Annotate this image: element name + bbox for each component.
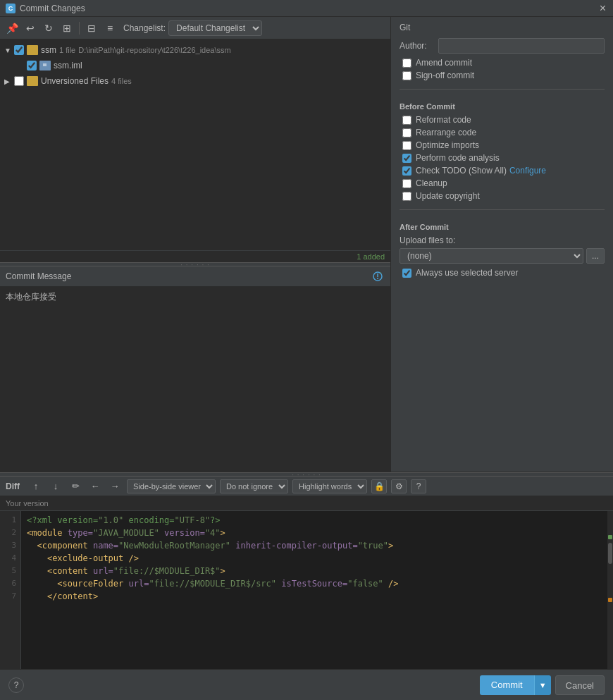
- amend-commit-row: Amend commit: [400, 58, 605, 68]
- folder-icon-unversioned: [27, 76, 38, 86]
- back-button[interactable]: ←: [87, 479, 103, 493]
- recent-commits-icon[interactable]: [371, 269, 385, 283]
- action-buttons: Commit ▼ Cancel: [480, 675, 605, 695]
- refresh-button[interactable]: ↻: [41, 20, 56, 36]
- group-button[interactable]: ⊞: [59, 20, 75, 36]
- next-diff-button[interactable]: ↓: [48, 479, 63, 493]
- toolbar: 📌 ↩ ↻ ⊞ ⊟ ≡ Changelist: Default Changeli…: [0, 17, 390, 39]
- commit-message-area: Commit Message 本地仓库接受: [0, 266, 390, 472]
- undo-button[interactable]: ↩: [23, 20, 38, 36]
- expand-arrow-ssm[interactable]: ▼: [4, 47, 14, 54]
- separator: [79, 22, 80, 35]
- check-todo-label: Check TODO (Show All): [416, 166, 507, 176]
- help-diff-button[interactable]: ?: [411, 479, 426, 493]
- update-copyright-label: Update copyright: [416, 191, 480, 201]
- commit-message-input[interactable]: 本地仓库接受: [0, 287, 390, 472]
- divider-2: [400, 209, 605, 210]
- configure-link[interactable]: Configure: [509, 166, 546, 176]
- divider-1: [400, 89, 605, 90]
- tree-label-ssm: ssm: [41, 45, 56, 55]
- code-line-2: <module type="JAVA_MODULE" version="4">: [21, 527, 607, 539]
- amend-commit-checkbox[interactable]: [402, 59, 411, 68]
- cleanup-checkbox[interactable]: [402, 179, 411, 188]
- author-input[interactable]: [438, 38, 605, 54]
- changelist-label: Changelist:: [123, 23, 166, 33]
- expand-arrow-unversioned[interactable]: ▶: [4, 78, 14, 85]
- line-num-3: 3: [0, 539, 20, 552]
- main-area: 📌 ↩ ↻ ⊞ ⊟ ≡ Changelist: Default Changeli…: [0, 17, 613, 472]
- tree-item-ssm[interactable]: ▼ ssm 1 file D:\initPath\git-repository\…: [0, 42, 390, 58]
- line-num-4: 4: [0, 552, 20, 565]
- code-area: 1 2 3 4 5 6 7 <?xml version="1.0" encodi…: [0, 511, 613, 669]
- upload-browse-button[interactable]: ...: [586, 248, 605, 264]
- commit-dropdown-button[interactable]: ▼: [534, 675, 551, 695]
- checkbox-ssm-iml[interactable]: [27, 61, 37, 70]
- code-line-6: <sourceFolder url="file://$MODULE_DIR$/s…: [21, 577, 607, 590]
- perform-analysis-row: Perform code analysis: [400, 153, 605, 163]
- code-line-5: <content url="file://$MODULE_DIR$">: [21, 565, 607, 577]
- close-button[interactable]: ×: [598, 3, 607, 14]
- always-use-server-checkbox[interactable]: [402, 269, 411, 278]
- reformat-code-row: Reformat code: [400, 115, 605, 125]
- folder-icon-ssm: [27, 45, 38, 55]
- upload-label: Upload files to:: [400, 235, 605, 245]
- cancel-button[interactable]: Cancel: [555, 675, 605, 695]
- code-line-4: <exclude-output />: [21, 552, 607, 565]
- rearrange-code-checkbox[interactable]: [402, 128, 411, 137]
- commit-button[interactable]: Commit: [480, 675, 534, 695]
- diff-header: Diff ↑ ↓ ✏ ← → Side-by-side viewer Do no…: [0, 477, 613, 496]
- collapse-button[interactable]: ≡: [102, 20, 118, 36]
- diff-viewer-label: Your version: [0, 496, 613, 511]
- highlight-select[interactable]: Highlight words: [292, 479, 367, 493]
- window-title: Commit Changes: [20, 4, 85, 13]
- sign-off-row: Sign-off commit: [400, 70, 605, 80]
- optimize-imports-row: Optimize imports: [400, 140, 605, 150]
- perform-analysis-label: Perform code analysis: [416, 153, 500, 163]
- changelist-select[interactable]: Default Changelist: [168, 20, 262, 36]
- always-use-server-label: Always use selected server: [416, 268, 518, 278]
- rearrange-code-label: Rearrange code: [416, 128, 476, 137]
- expand-button[interactable]: ⊟: [84, 20, 99, 36]
- check-todo-checkbox[interactable]: [402, 166, 411, 176]
- upload-select[interactable]: (none): [400, 248, 583, 264]
- cleanup-row: Cleanup: [400, 178, 605, 188]
- before-commit-title: Before Commit: [400, 102, 605, 111]
- help-button[interactable]: ?: [8, 677, 24, 693]
- pin-button[interactable]: 📌: [4, 20, 20, 36]
- rearrange-code-row: Rearrange code: [400, 128, 605, 137]
- settings-diff-button[interactable]: ⚙: [391, 479, 407, 493]
- right-panel: Git Author: Amend commit Sign-off commit…: [391, 17, 613, 472]
- prev-diff-button[interactable]: ↑: [28, 479, 44, 493]
- code-line-3: <component name="NewModuleRootManager" i…: [21, 539, 607, 552]
- tree-item-unversioned[interactable]: ▶ Unversioned Files 4 files: [0, 73, 390, 89]
- tree-item-ssm-iml[interactable]: ssm.iml: [0, 58, 390, 73]
- diff-scrollbar[interactable]: [607, 511, 613, 669]
- sign-off-label: Sign-off commit: [416, 70, 474, 80]
- edit-diff-button[interactable]: ✏: [68, 479, 83, 493]
- code-content: <?xml version="1.0" encoding="UTF-8"?> <…: [21, 511, 607, 669]
- ignore-select[interactable]: Do not ignore: [220, 479, 288, 493]
- update-copyright-checkbox[interactable]: [402, 192, 411, 201]
- lock-button[interactable]: 🔒: [371, 479, 387, 493]
- sign-off-checkbox[interactable]: [402, 71, 411, 80]
- svg-point-5: [377, 278, 378, 279]
- always-use-server-row: Always use selected server: [400, 268, 605, 278]
- perform-analysis-checkbox[interactable]: [402, 154, 411, 163]
- diff-area: · · · · · · Diff ↑ ↓ ✏ ← → Side-by-side …: [0, 472, 613, 669]
- code-line-7: </content>: [21, 590, 607, 603]
- checkbox-unversioned[interactable]: [14, 76, 24, 86]
- tree-label-ssm-iml: ssm.iml: [54, 61, 82, 70]
- file-tree: ▼ ssm 1 file D:\initPath\git-repository\…: [0, 39, 390, 250]
- reformat-code-checkbox[interactable]: [402, 116, 411, 125]
- checkbox-ssm[interactable]: [14, 45, 24, 55]
- code-line-1: <?xml version="1.0" encoding="UTF-8"?>: [21, 514, 607, 527]
- line-numbers: 1 2 3 4 5 6 7: [0, 511, 21, 669]
- optimize-imports-label: Optimize imports: [416, 140, 479, 150]
- commit-message-label: Commit Message: [6, 271, 71, 281]
- forward-button[interactable]: →: [107, 479, 123, 493]
- optimize-imports-checkbox[interactable]: [402, 141, 411, 150]
- line-num-6: 6: [0, 577, 20, 590]
- title-bar-left: C Commit Changes: [6, 4, 85, 13]
- file-icon-ssm-iml: [39, 61, 51, 70]
- viewer-select[interactable]: Side-by-side viewer: [127, 479, 216, 493]
